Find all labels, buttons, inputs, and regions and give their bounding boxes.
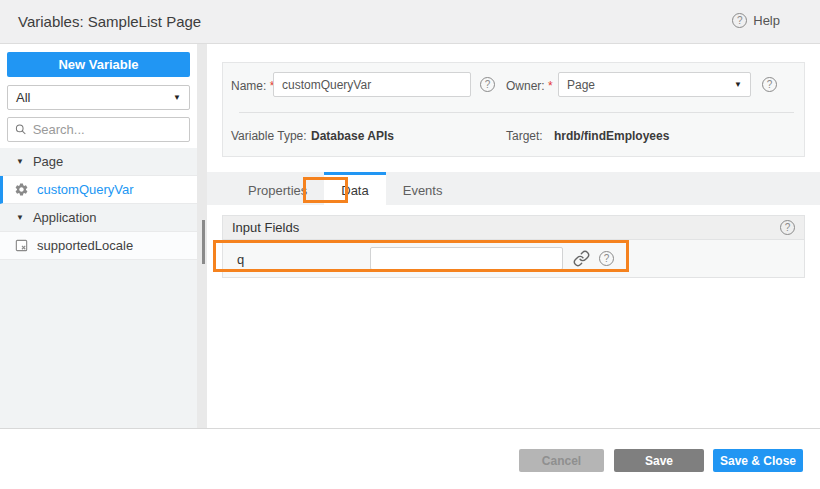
name-field[interactable] bbox=[273, 72, 471, 97]
collapse-arrow-icon: ▼ bbox=[16, 157, 24, 166]
variable-type-value: Database APIs bbox=[311, 129, 394, 143]
gear-icon bbox=[14, 182, 29, 197]
page-title: Variables: SampleList Page bbox=[18, 13, 201, 30]
tree-group-label: Page bbox=[33, 154, 63, 169]
variable-type-label: Variable Type: bbox=[231, 129, 307, 143]
tree-item-supportedlocale[interactable]: supportedLocale bbox=[0, 232, 197, 260]
field-q-label: q bbox=[237, 252, 244, 267]
help-label: Help bbox=[753, 13, 780, 28]
tree-group-page[interactable]: ▼ Page bbox=[0, 148, 197, 176]
variable-summary-panel: Name: * ? Owner: * Page ▼ ? Variable Typ… bbox=[222, 62, 805, 157]
variable-detail-panel: Name: * ? Owner: * Page ▼ ? Variable Typ… bbox=[207, 44, 820, 428]
divider bbox=[239, 112, 794, 113]
owner-help-icon[interactable]: ? bbox=[762, 77, 777, 92]
field-help-icon[interactable]: ? bbox=[599, 251, 614, 266]
owner-selected-value: Page bbox=[567, 78, 595, 92]
save-and-close-button[interactable]: Save & Close bbox=[713, 449, 803, 472]
tab-bar: Properties Data Events bbox=[207, 172, 820, 205]
dialog-header: Variables: SampleList Page ? Help bbox=[0, 0, 820, 44]
new-variable-button[interactable]: New Variable bbox=[7, 52, 190, 77]
tree-item-customqueryvar[interactable]: customQueryVar bbox=[0, 176, 197, 204]
input-fields-header: Input Fields ? bbox=[222, 215, 805, 240]
tab-data[interactable]: Data bbox=[324, 172, 385, 205]
scrollbar-track[interactable] bbox=[197, 44, 207, 428]
variables-tree: ▼ Page customQueryVar ▼ Application su bbox=[0, 148, 197, 428]
variable-filter-dropdown[interactable]: All ▼ bbox=[7, 85, 190, 110]
help-icon: ? bbox=[732, 13, 747, 28]
field-q-input[interactable] bbox=[370, 247, 563, 270]
owner-label: Owner: * bbox=[506, 79, 553, 93]
dialog-footer: Cancel Save Save & Close bbox=[0, 428, 820, 489]
name-help-icon[interactable]: ? bbox=[480, 77, 495, 92]
required-asterisk: * bbox=[548, 79, 553, 93]
chevron-down-icon: ▼ bbox=[173, 93, 181, 102]
input-fields-section: Input Fields ? q ? bbox=[222, 215, 805, 278]
cancel-button[interactable]: Cancel bbox=[519, 449, 604, 472]
tab-events[interactable]: Events bbox=[386, 172, 460, 205]
section-help-icon[interactable]: ? bbox=[780, 220, 795, 235]
name-label: Name: * bbox=[231, 79, 274, 93]
filter-selected-value: All bbox=[16, 90, 30, 105]
help-button[interactable]: ? Help bbox=[732, 13, 780, 28]
locale-icon bbox=[14, 238, 29, 253]
variables-dialog: Variables: SampleList Page ? Help New Va… bbox=[0, 0, 820, 489]
bind-link-icon[interactable] bbox=[573, 250, 590, 267]
chevron-down-icon: ▼ bbox=[734, 80, 742, 89]
search-icon bbox=[15, 123, 27, 136]
owner-dropdown[interactable]: Page ▼ bbox=[558, 72, 751, 97]
tree-item-label: supportedLocale bbox=[37, 238, 133, 253]
save-button[interactable]: Save bbox=[614, 449, 704, 472]
input-fields-body: q ? bbox=[222, 240, 805, 278]
variables-sidebar: New Variable All ▼ ▼ Page customQueryVar bbox=[0, 44, 197, 428]
target-label: Target: bbox=[506, 129, 543, 143]
variable-search[interactable] bbox=[7, 117, 190, 142]
collapse-arrow-icon: ▼ bbox=[16, 213, 24, 222]
tree-item-label: customQueryVar bbox=[37, 182, 134, 197]
target-value: hrdb/findEmployees bbox=[554, 129, 669, 143]
tree-group-application[interactable]: ▼ Application bbox=[0, 204, 197, 232]
scrollbar-thumb[interactable] bbox=[202, 220, 205, 264]
tree-group-label: Application bbox=[33, 210, 97, 225]
tab-properties[interactable]: Properties bbox=[231, 172, 324, 205]
search-input[interactable] bbox=[33, 122, 182, 137]
section-title: Input Fields bbox=[232, 220, 299, 235]
